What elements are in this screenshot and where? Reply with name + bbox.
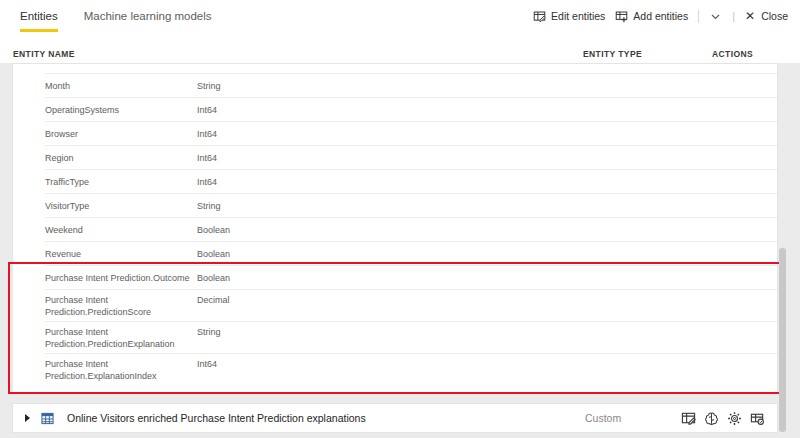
add-entities-dropdown[interactable] <box>709 10 722 22</box>
clipped-row <box>13 64 777 74</box>
field-row: MonthString <box>13 74 777 98</box>
field-type: String <box>197 326 221 338</box>
fields-panel: MonthStringOperatingSystemsInt64BrowserI… <box>12 63 778 393</box>
column-header-entity-name: ENTITY NAME <box>13 49 75 59</box>
close-label: Close <box>761 10 788 22</box>
field-row: RegionInt64 <box>13 146 777 170</box>
table-icon <box>41 412 54 425</box>
tab-strip: Entities Machine learning models <box>20 10 212 32</box>
field-type: String <box>197 201 221 211</box>
entity-title: Online Visitors enriched Purchase Intent… <box>67 412 366 424</box>
column-header-actions: ACTIONS <box>712 49 753 59</box>
field-type: Int64 <box>197 177 217 187</box>
split-button-divider <box>698 10 699 23</box>
field-type: Decimal <box>197 294 230 306</box>
settings-icon[interactable] <box>727 411 742 426</box>
tab-machine-learning-models[interactable]: Machine learning models <box>84 10 212 32</box>
field-rows: MonthStringOperatingSystemsInt64BrowserI… <box>13 74 777 386</box>
close-icon: ✕ <box>745 9 755 23</box>
column-header-entity-type: ENTITY TYPE <box>583 49 642 59</box>
field-name: Weekend <box>45 225 197 235</box>
field-row: OperatingSystemsInt64 <box>13 98 777 122</box>
ai-insights-icon[interactable] <box>704 411 719 426</box>
entity-type-value: Custom <box>585 412 621 424</box>
field-name: Region <box>45 153 197 163</box>
field-type: Boolean <box>197 273 230 283</box>
add-entities-button[interactable]: Add entities <box>615 10 688 23</box>
toolbar: Edit entities Add entities <box>533 9 788 23</box>
edit-entities-icon <box>533 10 546 23</box>
field-row: RevenueBoolean <box>13 242 777 266</box>
entity-row[interactable]: Online Visitors enriched Purchase Intent… <box>12 403 778 433</box>
field-row: Purchase IntentPrediction.PredictionExpl… <box>13 322 777 354</box>
entities-editor: Entities Machine learning models Edit en… <box>0 0 800 438</box>
close-button[interactable]: ✕ Close <box>745 9 788 23</box>
field-type: Boolean <box>197 225 230 235</box>
add-entities-icon <box>615 10 628 23</box>
toolbar-separator: | <box>732 10 735 22</box>
tab-entities[interactable]: Entities <box>20 10 58 32</box>
field-name: OperatingSystems <box>45 105 197 115</box>
field-name: Revenue <box>45 249 197 259</box>
field-type: Int64 <box>197 153 217 163</box>
field-row: Purchase Intent Prediction.OutcomeBoolea… <box>13 266 777 290</box>
edit-entities-button[interactable]: Edit entities <box>533 10 605 23</box>
field-name: Month <box>45 81 197 91</box>
field-type: String <box>197 81 221 91</box>
field-name: TrafficType <box>45 177 197 187</box>
field-row: Purchase IntentPrediction.ExplanationInd… <box>13 354 777 386</box>
field-row: TrafficTypeInt64 <box>13 170 777 194</box>
field-name: Purchase IntentPrediction.ExplanationInd… <box>45 358 197 382</box>
top-bar: Entities Machine learning models Edit en… <box>0 0 800 44</box>
chevron-down-icon <box>711 10 720 22</box>
field-type: Int64 <box>197 105 217 115</box>
field-row: VisitorTypeString <box>13 194 777 218</box>
field-name: Purchase IntentPrediction.PredictionScor… <box>45 294 197 318</box>
field-row: WeekendBoolean <box>13 218 777 242</box>
field-name: Purchase Intent Prediction.Outcome <box>45 273 197 283</box>
field-type: Int64 <box>197 129 217 139</box>
incremental-refresh-icon[interactable] <box>750 411 765 426</box>
edit-entity-icon[interactable] <box>681 411 696 426</box>
field-row: BrowserInt64 <box>13 122 777 146</box>
column-header-row: ENTITY NAME ENTITY TYPE ACTIONS <box>0 49 800 63</box>
field-row: Purchase IntentPrediction.PredictionScor… <box>13 290 777 322</box>
edit-entities-label: Edit entities <box>551 10 605 22</box>
field-type: Boolean <box>197 249 230 259</box>
field-name: VisitorType <box>45 201 197 211</box>
field-name: Browser <box>45 129 197 139</box>
expand-caret-icon[interactable] <box>25 414 30 422</box>
entity-actions <box>681 411 765 426</box>
scrollbar-thumb[interactable] <box>779 248 786 432</box>
add-entities-label: Add entities <box>633 10 688 22</box>
field-type: Int64 <box>197 358 217 370</box>
field-name: Purchase IntentPrediction.PredictionExpl… <box>45 326 197 350</box>
